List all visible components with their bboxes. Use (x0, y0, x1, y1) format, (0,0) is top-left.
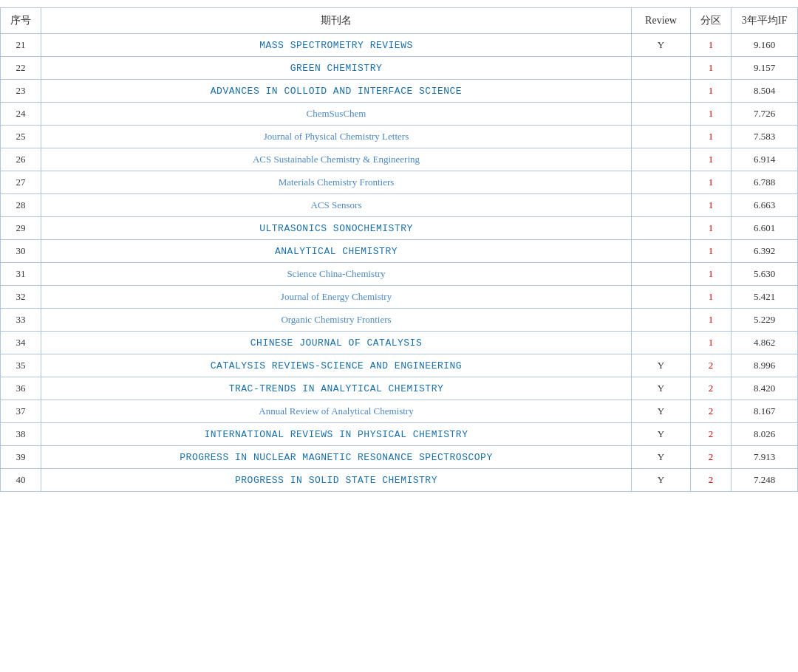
table-row: 38 INTERNATIONAL REVIEWS IN PHYSICAL CHE… (1, 423, 798, 446)
cell-seq: 28 (1, 194, 41, 217)
cell-zone: 1 (691, 309, 732, 332)
cell-seq: 37 (1, 400, 41, 423)
table-row: 34 CHINESE JOURNAL OF CATALYSIS 1 4.862 (1, 332, 798, 354)
cell-if: 6.601 (732, 217, 798, 240)
cell-zone: 1 (691, 240, 732, 263)
table-row: 39 PROGRESS IN NUCLEAR MAGNETIC RESONANC… (1, 446, 798, 469)
cell-journal-name: CHINESE JOURNAL OF CATALYSIS (41, 332, 632, 354)
cell-review (632, 263, 691, 286)
table-row: 31 Science China-Chemistry 1 5.630 (1, 263, 798, 286)
journal-table: 序号 期刊名 Review 分区 3年平均IF 21 MASS SPECTROM… (0, 7, 798, 492)
cell-seq: 29 (1, 217, 41, 240)
cell-seq: 22 (1, 57, 41, 80)
cell-seq: 30 (1, 240, 41, 263)
cell-journal-name: ACS Sustainable Chemistry & Engineering (41, 148, 632, 171)
cell-zone: 1 (691, 194, 732, 217)
cell-journal-name: INTERNATIONAL REVIEWS IN PHYSICAL CHEMIS… (41, 423, 632, 446)
cell-review (632, 240, 691, 263)
header-zone: 分区 (691, 8, 732, 34)
cell-if: 9.157 (732, 57, 798, 80)
header-review: Review (632, 8, 691, 34)
cell-if: 6.788 (732, 171, 798, 194)
cell-zone: 1 (691, 217, 732, 240)
cell-journal-name: TRAC-TRENDS IN ANALYTICAL CHEMISTRY (41, 377, 632, 400)
table-row: 22 GREEN CHEMISTRY 1 9.157 (1, 57, 798, 80)
cell-if: 8.026 (732, 423, 798, 446)
cell-zone: 1 (691, 103, 732, 126)
table-row: 29 ULTRASONICS SONOCHEMISTRY 1 6.601 (1, 217, 798, 240)
cell-review: Y (632, 446, 691, 469)
cell-review: Y (632, 34, 691, 57)
cell-zone: 2 (691, 377, 732, 400)
cell-review: Y (632, 469, 691, 492)
table-row: 30 ANALYTICAL CHEMISTRY 1 6.392 (1, 240, 798, 263)
cell-if: 7.248 (732, 469, 798, 492)
cell-zone: 1 (691, 171, 732, 194)
cell-seq: 34 (1, 332, 41, 354)
cell-review (632, 148, 691, 171)
cell-seq: 25 (1, 126, 41, 148)
cell-journal-name: MASS SPECTROMETRY REVIEWS (41, 34, 632, 57)
header-seq: 序号 (1, 8, 41, 34)
cell-seq: 27 (1, 171, 41, 194)
cell-seq: 39 (1, 446, 41, 469)
cell-if: 5.421 (732, 286, 798, 309)
cell-review: Y (632, 354, 691, 377)
table-row: 26 ACS Sustainable Chemistry & Engineeri… (1, 148, 798, 171)
table-row: 40 PROGRESS IN SOLID STATE CHEMISTRY Y 2… (1, 469, 798, 492)
cell-if: 9.160 (732, 34, 798, 57)
cell-seq: 38 (1, 423, 41, 446)
table-row: 21 MASS SPECTROMETRY REVIEWS Y 1 9.160 (1, 34, 798, 57)
cell-if: 5.630 (732, 263, 798, 286)
cell-zone: 1 (691, 80, 732, 103)
cell-if: 8.167 (732, 400, 798, 423)
cell-seq: 24 (1, 103, 41, 126)
cell-zone: 2 (691, 469, 732, 492)
cell-review (632, 194, 691, 217)
cell-if: 6.663 (732, 194, 798, 217)
table-row: 28 ACS Sensors 1 6.663 (1, 194, 798, 217)
cell-seq: 26 (1, 148, 41, 171)
cell-journal-name: Materials Chemistry Frontiers (41, 171, 632, 194)
cell-review: Y (632, 423, 691, 446)
cell-journal-name: ANALYTICAL CHEMISTRY (41, 240, 632, 263)
cell-if: 8.996 (732, 354, 798, 377)
cell-zone: 1 (691, 34, 732, 57)
cell-seq: 32 (1, 286, 41, 309)
cell-journal-name: Science China-Chemistry (41, 263, 632, 286)
cell-seq: 23 (1, 80, 41, 103)
cell-zone: 1 (691, 286, 732, 309)
cell-journal-name: ChemSusChem (41, 103, 632, 126)
cell-seq: 31 (1, 263, 41, 286)
cell-review (632, 309, 691, 332)
cell-review (632, 57, 691, 80)
table-row: 33 Organic Chemistry Frontiers 1 5.229 (1, 309, 798, 332)
cell-seq: 21 (1, 34, 41, 57)
cell-review (632, 332, 691, 354)
header-name: 期刊名 (41, 8, 632, 34)
cell-journal-name: CATALYSIS REVIEWS-SCIENCE AND ENGINEERIN… (41, 354, 632, 377)
cell-review (632, 103, 691, 126)
table-container: 序号 期刊名 Review 分区 3年平均IF 21 MASS SPECTROM… (0, 0, 798, 499)
cell-if: 8.420 (732, 377, 798, 400)
cell-zone: 1 (691, 57, 732, 80)
cell-journal-name: GREEN CHEMISTRY (41, 57, 632, 80)
cell-zone: 2 (691, 446, 732, 469)
table-row: 37 Annual Review of Analytical Chemistry… (1, 400, 798, 423)
cell-journal-name: ULTRASONICS SONOCHEMISTRY (41, 217, 632, 240)
cell-review (632, 286, 691, 309)
cell-review (632, 171, 691, 194)
cell-zone: 1 (691, 263, 732, 286)
cell-journal-name: Journal of Energy Chemistry (41, 286, 632, 309)
cell-journal-name: ACS Sensors (41, 194, 632, 217)
cell-review: Y (632, 400, 691, 423)
cell-journal-name: ADVANCES IN COLLOID AND INTERFACE SCIENC… (41, 80, 632, 103)
table-header-row: 序号 期刊名 Review 分区 3年平均IF (1, 8, 798, 34)
cell-if: 7.726 (732, 103, 798, 126)
cell-zone: 2 (691, 354, 732, 377)
cell-review (632, 217, 691, 240)
cell-zone: 1 (691, 332, 732, 354)
cell-if: 4.862 (732, 332, 798, 354)
cell-if: 8.504 (732, 80, 798, 103)
cell-if: 6.914 (732, 148, 798, 171)
